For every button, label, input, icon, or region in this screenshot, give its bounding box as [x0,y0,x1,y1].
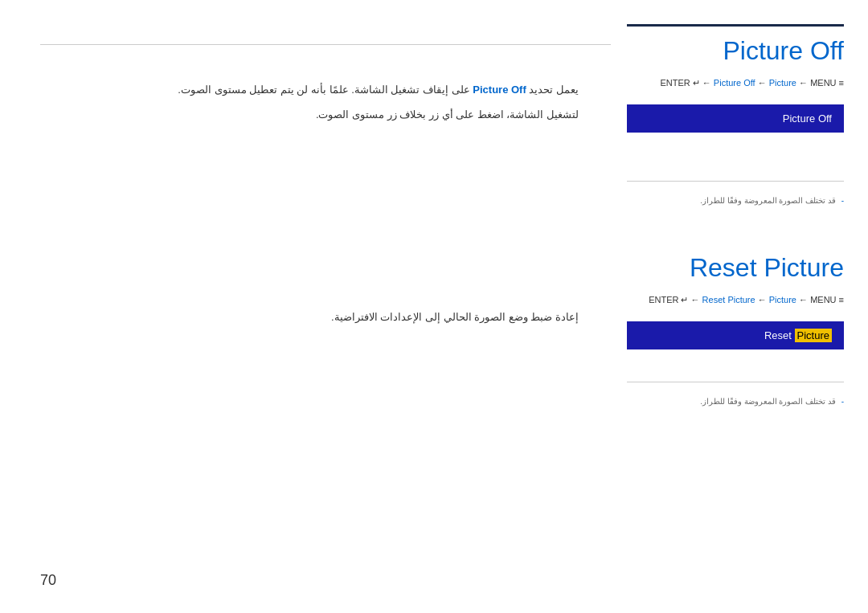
nav-menu-icon: ≡ [839,78,844,88]
arabic-text-picture-off-line2: لتشغيل الشاشة، اضغط على أي زر بخلاف زر م… [40,105,579,124]
left-panel: يعمل تحديد Picture Off على إيقاف تشغيل ا… [0,0,611,613]
right-section-picture-off: Picture Off ENTER ↵ ← Picture Off ← Pict… [627,24,844,149]
note-dot-1: - [841,196,844,205]
nav-arrow2: ← [758,78,769,88]
note-dot-2: - [841,397,844,406]
spacer [627,205,844,229]
section-divider-1 [627,181,844,182]
nav-enter-icon: ↵ [693,78,700,88]
note-reset-picture: - قد تختلف الصورة المعروضة وفقًا للطراز. [627,397,844,406]
picture-off-inline-highlight: Picture Off [473,84,526,96]
arabic-text-picture-off-line1: يعمل تحديد Picture Off على إيقاف تشغيل ا… [40,80,579,99]
nav-path-reset-picture: ENTER ↵ ← Reset Picture ← Picture ← MENU… [627,295,844,305]
arabic-text-reset-picture: إعادة ضبط وضع الصورة الحالي إلى الإعدادا… [40,308,579,326]
nav-arrow1: ← [702,78,714,88]
section-picture-off-left: يعمل تحديد Picture Off على إيقاف تشغيل ا… [40,80,579,131]
nav-enter-icon-2: ↵ [681,295,688,304]
top-divider [40,44,611,45]
note-text-1: قد تختلف الصورة المعروضة وفقًا للطراز. [700,196,836,205]
picture-off-title: Picture Off [627,36,844,66]
nav-enter-label-2: ENTER [649,295,681,304]
reset-picture-title: Reset Picture [627,253,844,283]
menu-bar-reset-part2-highlighted: Picture [795,329,832,342]
page-number: 70 [40,572,56,589]
nav-menu-icon-2: ≡ [839,295,844,304]
nav-arrow3: ← [799,78,810,88]
menu-bar-text-picture-off: Picture Off [783,112,832,125]
section-divider-2 [627,382,844,382]
right-section-reset-picture: Reset Picture ENTER ↵ ← Reset Picture ← … [627,253,844,366]
section-reset-picture-left: إعادة ضبط وضع الصورة الحالي إلى الإعدادا… [40,308,579,333]
nav-enter-label: ENTER [660,78,692,88]
note-picture-off: - قد تختلف الصورة المعروضة وفقًا للطراز. [627,196,844,205]
menu-bar-reset-picture: Reset Picture [627,321,844,349]
menu-bar-reset-part1: Reset [764,329,795,341]
nav-reset-picture: Reset Picture [702,295,755,304]
nav-arrow6: ← [799,295,810,304]
nav-arrow4: ← [691,295,702,304]
nav-picture-2: Picture [769,295,796,304]
nav-menu-label-2: MENU [810,295,838,304]
nav-picture: Picture [769,78,796,88]
nav-menu-label: MENU [810,78,838,88]
nav-path-picture-off: ENTER ↵ ← Picture Off ← Picture ← MENU ≡ [627,78,844,88]
menu-bar-picture-off: Picture Off [627,104,844,133]
right-panel: Picture Off ENTER ↵ ← Picture Off ← Pict… [611,0,868,613]
nav-arrow5: ← [758,295,769,304]
nav-picture-off: Picture Off [714,78,755,88]
note-text-2: قد تختلف الصورة المعروضة وفقًا للطراز. [700,397,836,406]
page-container: يعمل تحديد Picture Off على إيقاف تشغيل ا… [0,0,868,613]
